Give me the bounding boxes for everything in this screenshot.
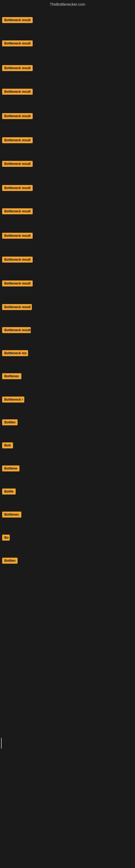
bottleneck-item-6: Bottleneck result (1, 135, 34, 145)
bottleneck-badge-13[interactable]: Bottleneck result (2, 304, 32, 310)
bottleneck-badge-7[interactable]: Bottleneck result (2, 161, 33, 167)
bottleneck-item-8: Bottleneck result (1, 183, 34, 193)
bottleneck-item-12: Bottleneck result (1, 279, 34, 288)
bottleneck-badge-3[interactable]: Bottleneck result (2, 65, 33, 71)
bottleneck-item-4: Bottleneck result (1, 87, 34, 96)
bottleneck-badge-23[interactable]: Bo (2, 535, 10, 540)
bottleneck-badge-11[interactable]: Bottleneck result (2, 257, 33, 262)
bottleneck-badge-8[interactable]: Bottleneck result (2, 185, 33, 191)
bottleneck-item-21: Bottle (1, 487, 17, 496)
bottleneck-item-17: Bottleneck r (1, 395, 26, 404)
bottleneck-badge-14[interactable]: Bottleneck result (2, 327, 31, 333)
cursor-line (1, 738, 2, 749)
bottleneck-badge-4[interactable]: Bottleneck result (2, 89, 33, 95)
bottleneck-item-20: Bottlene (1, 464, 20, 473)
bottleneck-badge-24[interactable]: Bottlen (2, 558, 17, 564)
bottleneck-item-15: Bottleneck res (1, 348, 29, 358)
bottleneck-item-14: Bottleneck result (1, 326, 32, 335)
bottleneck-badge-18[interactable]: Bottlen (2, 420, 17, 425)
bottleneck-badge-22[interactable]: Bottlenec (2, 512, 21, 518)
bottleneck-badge-1[interactable]: Bottleneck result (2, 17, 33, 23)
bottleneck-badge-17[interactable]: Bottleneck r (2, 397, 24, 403)
bottleneck-item-5: Bottleneck result (1, 112, 34, 121)
bottleneck-item-3: Bottleneck result (1, 63, 34, 73)
bottleneck-item-16: Bottlenec (1, 372, 22, 381)
bottleneck-badge-20[interactable]: Bottlene (2, 465, 19, 471)
bottleneck-badge-5[interactable]: Bottleneck result (2, 113, 33, 119)
bottleneck-item-10: Bottleneck result (1, 231, 34, 240)
bottleneck-badge-2[interactable]: Bottleneck result (2, 40, 33, 46)
bottleneck-item-22: Bottlenec (1, 510, 22, 519)
site-title: TheBottlenecker.com (0, 0, 135, 8)
site-header: TheBottlenecker.com (0, 0, 135, 8)
bottleneck-item-24: Bottlen (1, 556, 18, 565)
bottleneck-badge-12[interactable]: Bottleneck result (2, 280, 33, 286)
bottleneck-item-11: Bottleneck result (1, 255, 34, 264)
bottleneck-badge-9[interactable]: Bottleneck result (2, 208, 33, 214)
bottleneck-badge-10[interactable]: Bottleneck result (2, 233, 33, 239)
bottleneck-item-2: Bottleneck result (1, 39, 34, 48)
bottleneck-item-18: Bottlen (1, 418, 18, 427)
bottleneck-item-7: Bottleneck result (1, 159, 34, 168)
bottleneck-badge-21[interactable]: Bottle (2, 489, 16, 495)
bottleneck-item-1: Bottleneck result (1, 16, 34, 25)
bottleneck-badge-19[interactable]: Bott (2, 442, 13, 448)
bottleneck-item-9: Bottleneck result (1, 207, 34, 216)
bottleneck-item-13: Bottleneck result (1, 303, 33, 312)
bottleneck-badge-16[interactable]: Bottlenec (2, 373, 21, 379)
bottleneck-badge-6[interactable]: Bottleneck result (2, 137, 33, 143)
bottleneck-item-19: Bott (1, 441, 14, 450)
bottleneck-item-23: Bo (1, 533, 11, 542)
bottleneck-badge-15[interactable]: Bottleneck res (2, 350, 28, 356)
